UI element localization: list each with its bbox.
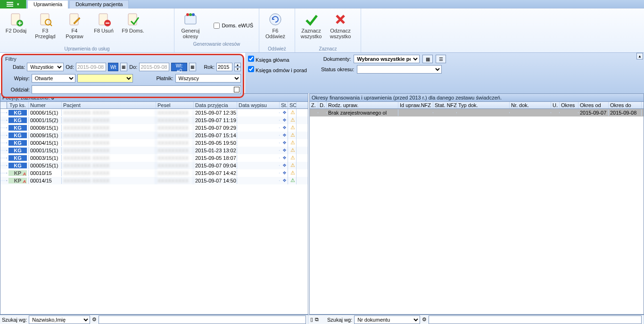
col-pesel[interactable]: Pesel (156, 102, 194, 108)
add-document-icon (8, 12, 24, 27)
ksiega-glowna-checkbox[interactable]: Księga główna (248, 56, 289, 63)
szukaj-right-input[interactable] (429, 316, 642, 324)
status-okresu-select[interactable] (357, 65, 442, 74)
so-icon (289, 125, 296, 131)
table-row[interactable]: KG00003/15(1)XXXXXXXX XXXXXXXXXXXXXX2015… (0, 154, 308, 162)
svg-point-16 (192, 13, 195, 16)
col-okres-do[interactable]: Okres do (609, 102, 642, 108)
szukaj-left-select[interactable]: Nazwisko,Imię (29, 316, 90, 324)
oddzial-input[interactable] (32, 85, 241, 94)
col-st[interactable]: St. (280, 102, 288, 108)
page-icon[interactable]: ▯ (310, 316, 313, 323)
col-numer[interactable]: Numer (29, 102, 62, 108)
od-label: Od: (66, 64, 74, 70)
szukaj-left-input[interactable] (99, 316, 306, 324)
platnik-select[interactable]: Wszyscy (175, 74, 241, 83)
col-typ-dok[interactable]: Typ dok. (457, 102, 510, 108)
main-menu-button[interactable] (0, 0, 26, 8)
so-icon (289, 147, 296, 154)
view-list-icon[interactable]: ☰ (436, 55, 446, 63)
od-wt-button[interactable]: Wt (108, 63, 118, 71)
wpisy-select[interactable]: Otwarte (32, 74, 76, 83)
right-pane-header: Okresy finansowania i uprawnienia (przed… (310, 94, 644, 102)
ribbon-popraw[interactable]: F4 Popraw (61, 9, 88, 46)
ribbon-zaznacz-wszystko[interactable]: Zaznacz wszystko (298, 9, 324, 46)
col-data-wypisu[interactable]: Data wypisu (237, 102, 280, 108)
col-z[interactable]: Z. (310, 102, 318, 108)
edit-document-icon (67, 12, 82, 27)
table-row[interactable]: KG00001/15(1)XXXXXXXX XXXXXXXXXXXXXX2015… (0, 147, 308, 154)
col-rodz-upraw[interactable]: Rodz. upraw. (327, 102, 398, 108)
ksiega-odmow-checkbox[interactable]: Księga odmów i porad (248, 66, 307, 73)
check-icon (304, 12, 319, 27)
copy-icon[interactable]: ⧉ (315, 316, 319, 323)
data-select[interactable]: Wszystkie (27, 63, 64, 71)
col-u[interactable]: U. (551, 102, 560, 108)
rok-input[interactable] (216, 63, 232, 71)
view-grid-icon[interactable]: ▦ (422, 55, 433, 63)
table-row[interactable]: KG00008/15(1)XXXXXXXX XXXXXXXXXXXXXX2015… (0, 124, 308, 132)
col-d[interactable]: D. (318, 102, 327, 108)
so-icon (289, 109, 296, 116)
status-icon (281, 109, 288, 116)
do-date-input[interactable] (139, 63, 169, 71)
right-grid[interactable]: Z. D. Rodz. upraw. Id upraw.NFZ Stat. NF… (310, 102, 644, 314)
table-row[interactable]: KP00014/15XXXXXXXX XXXXXXXXXXXXXX2015-09… (0, 177, 308, 184)
ribbon-dodaj[interactable]: F2 Dodaj (3, 9, 29, 46)
left-grid[interactable]: Typ ks. Numer Pacjent Pesel Data przyjęc… (0, 102, 308, 314)
filters-title: Filtry (5, 56, 17, 62)
od-calendar-button[interactable]: ▦ (120, 63, 127, 71)
table-row[interactable]: KG00004/15(1)XXXXXXXX XXXXXXXXXXXXXX2015… (0, 139, 308, 147)
table-row[interactable]: KG00005/15(1)XXXXXXXX XXXXXXXXXXXXXX2015… (0, 162, 308, 169)
status-icon (281, 132, 288, 139)
col-typ[interactable]: Typ ks. (7, 102, 29, 108)
col-okres[interactable]: Okres (560, 102, 578, 108)
so-icon (289, 132, 296, 139)
table-row[interactable]: KG00006/15(1)XXXXXXXX XXXXXXXXXXXXXX2015… (0, 109, 308, 116)
svg-point-14 (186, 13, 189, 16)
do-wt-button[interactable]: Wt: +0 (171, 63, 187, 71)
ribbon-generuj-okresy[interactable]: Generuj okresy (177, 9, 204, 42)
doms-ewus-checkbox[interactable]: Doms. eWUŚ (214, 11, 253, 40)
col-nr-dok[interactable]: Nr. dok. (510, 102, 551, 108)
col-okres-od[interactable]: Okres od (578, 102, 609, 108)
col-pacjent[interactable]: Pacjent (62, 102, 156, 108)
svg-point-15 (189, 13, 192, 16)
default-document-icon (125, 12, 140, 27)
ribbon-group2-label: Generowanie okresów (177, 42, 256, 48)
dokumenty-select[interactable]: Wybrano wszystkie pozycje (354, 55, 420, 63)
szukaj-right-select[interactable]: Nr dokumentu (354, 316, 420, 324)
col-id-upraw[interactable]: Id upraw.NFZ (398, 102, 433, 108)
table-row[interactable]: KP00010/15XXXXXXXX XXXXXXXXXXXXXX2015-09… (0, 169, 308, 177)
status-icon (281, 147, 288, 154)
collapse-filters-button[interactable]: ▲ (636, 53, 643, 59)
col-so[interactable]: SO (288, 102, 297, 108)
ribbon-usun[interactable]: F8 Usuń (91, 9, 117, 46)
platnik-label: Płatnik: (145, 75, 173, 81)
ribbon-odznacz-wszystko[interactable]: Odznacz wszystko (327, 9, 354, 46)
rok-down[interactable]: ▼ (234, 67, 241, 71)
so-icon (289, 155, 296, 161)
ribbon-odswiez[interactable]: F6 Odśwież (262, 9, 289, 46)
ribbon-doms[interactable]: F9 Doms. (120, 9, 146, 46)
ribbon-group3-label: Odśwież (262, 46, 292, 52)
gear-icon-right[interactable]: ⚙ (422, 316, 427, 323)
data-label: Data: (4, 64, 25, 70)
od-date-input[interactable] (76, 63, 106, 71)
tab-uprawnienia[interactable]: Uprawnienia (27, 0, 68, 8)
gear-icon[interactable]: ⚙ (92, 316, 97, 323)
svg-rect-0 (7, 2, 13, 3)
rok-up[interactable]: ▲ (234, 63, 241, 67)
view-document-icon (38, 12, 53, 27)
tab-dokumenty-pacjenta[interactable]: Dokumenty pacjenta (69, 0, 129, 8)
table-row[interactable]: KG00001/15(2)XXXXXXXX XXXXXXXXXXXXXX2015… (0, 116, 308, 124)
so-icon (289, 162, 296, 169)
yellow-select[interactable] (77, 74, 133, 83)
do-calendar-button[interactable]: ▦ (189, 63, 196, 71)
ribbon-przeglad[interactable]: F3 Przegląd (32, 9, 58, 46)
col-data-przyjecia[interactable]: Data przyjęcia (194, 102, 237, 108)
table-row[interactable]: Brak zarejestrowanego ol2015-09-072015-0… (310, 109, 644, 116)
table-row[interactable]: KG00009/15(1)XXXXXXXX XXXXXXXXXXXXXX2015… (0, 132, 308, 139)
col-stat-nfz[interactable]: Stat. NFZ (433, 102, 457, 108)
svg-rect-2 (7, 6, 13, 7)
